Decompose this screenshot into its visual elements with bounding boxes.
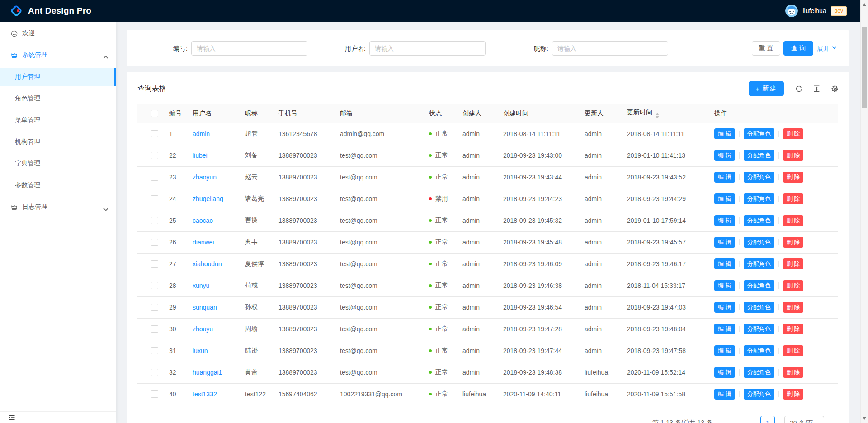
delete-button[interactable]: 删 除 bbox=[783, 345, 804, 356]
new-button[interactable]: + 新建 bbox=[749, 81, 784, 96]
scrollbar-thumb[interactable] bbox=[862, 27, 867, 108]
sidebar-item-param-mgmt[interactable]: 参数管理 bbox=[0, 176, 116, 194]
sidebar-item-system[interactable]: 系统管理 bbox=[0, 46, 116, 64]
row-checkbox[interactable] bbox=[151, 369, 158, 376]
username-link[interactable]: zhaoyun bbox=[193, 174, 217, 181]
expand-link[interactable]: 展开 bbox=[817, 41, 836, 56]
col-header-update-time[interactable]: 更新时间 bbox=[623, 104, 711, 123]
scrollbar-up-arrow-icon[interactable] bbox=[863, 3, 866, 6]
username-link[interactable]: xunyu bbox=[193, 282, 209, 289]
edit-button[interactable]: 编 辑 bbox=[714, 172, 735, 183]
delete-button[interactable]: 删 除 bbox=[783, 128, 804, 139]
username-link[interactable]: luxun bbox=[193, 347, 208, 354]
sidebar-item-logs[interactable]: 日志管理 bbox=[0, 198, 116, 216]
page-size-select[interactable]: 20 条/页 bbox=[784, 416, 824, 423]
username-link[interactable]: sunquan bbox=[193, 304, 217, 311]
nickname-search-input[interactable] bbox=[552, 41, 668, 56]
username-link[interactable]: xiahoudun bbox=[193, 260, 222, 268]
id-search-input[interactable] bbox=[191, 41, 307, 56]
username-search-input[interactable] bbox=[369, 41, 486, 56]
sidebar-item-dict-mgmt[interactable]: 字典管理 bbox=[0, 155, 116, 173]
delete-button[interactable]: 删 除 bbox=[783, 389, 804, 400]
assign-role-button[interactable]: 分配角色 bbox=[744, 280, 774, 291]
row-checkbox[interactable] bbox=[151, 239, 158, 246]
username-link[interactable]: zhugeliang bbox=[193, 195, 223, 202]
assign-role-button[interactable]: 分配角色 bbox=[744, 389, 774, 400]
sidebar-item-menu-mgmt[interactable]: 菜单管理 bbox=[0, 111, 116, 129]
row-checkbox[interactable] bbox=[151, 260, 158, 268]
edit-button[interactable]: 编 辑 bbox=[714, 258, 735, 269]
assign-role-button[interactable]: 分配角色 bbox=[744, 302, 774, 313]
delete-button[interactable]: 删 除 bbox=[783, 324, 804, 334]
assign-role-button[interactable]: 分配角色 bbox=[744, 258, 774, 269]
username-link[interactable]: caocao bbox=[193, 217, 213, 224]
row-checkbox[interactable] bbox=[151, 325, 158, 333]
edit-button[interactable]: 编 辑 bbox=[714, 280, 735, 291]
header-user-area[interactable]: liufeihua dev bbox=[785, 5, 847, 17]
edit-button[interactable]: 编 辑 bbox=[714, 389, 735, 400]
delete-button[interactable]: 删 除 bbox=[783, 172, 804, 183]
assign-role-button[interactable]: 分配角色 bbox=[744, 345, 774, 356]
assign-role-button[interactable]: 分配角色 bbox=[744, 237, 774, 248]
row-checkbox[interactable] bbox=[151, 282, 158, 289]
username-link[interactable]: huanggai1 bbox=[193, 369, 222, 376]
cell-phone: 13889700023 bbox=[275, 296, 336, 318]
assign-role-button[interactable]: 分配角色 bbox=[744, 128, 774, 139]
cell-id: 31 bbox=[165, 340, 189, 362]
row-checkbox[interactable] bbox=[151, 152, 158, 159]
sidebar-item-org-mgmt[interactable]: 机构管理 bbox=[0, 133, 116, 151]
username-link[interactable]: liubei bbox=[193, 152, 208, 159]
pagination-page-1[interactable]: 1 bbox=[760, 416, 775, 423]
edit-button[interactable]: 编 辑 bbox=[714, 324, 735, 334]
delete-button[interactable]: 删 除 bbox=[783, 193, 804, 204]
edit-button[interactable]: 编 辑 bbox=[714, 128, 735, 139]
row-checkbox[interactable] bbox=[151, 195, 158, 202]
cell-updater: admin bbox=[581, 340, 623, 362]
delete-button[interactable]: 删 除 bbox=[783, 280, 804, 291]
column-height-icon[interactable] bbox=[813, 85, 821, 93]
row-checkbox[interactable] bbox=[151, 304, 158, 311]
username-link[interactable]: zhouyu bbox=[193, 325, 213, 333]
row-checkbox[interactable] bbox=[151, 390, 158, 398]
sidebar-item-welcome[interactable]: 欢迎 bbox=[0, 24, 116, 42]
delete-button[interactable]: 删 除 bbox=[783, 302, 804, 313]
user-avatar[interactable] bbox=[785, 5, 798, 17]
assign-role-button[interactable]: 分配角色 bbox=[744, 367, 774, 378]
reload-icon[interactable] bbox=[795, 85, 803, 93]
reset-button[interactable]: 重 置 bbox=[752, 41, 780, 56]
sidebar-item-user-mgmt[interactable]: 用户管理 bbox=[0, 68, 116, 86]
row-checkbox[interactable] bbox=[151, 347, 158, 354]
row-checkbox[interactable] bbox=[151, 174, 158, 181]
edit-button[interactable]: 编 辑 bbox=[714, 215, 735, 226]
username-link[interactable]: admin bbox=[193, 130, 210, 137]
select-all-checkbox[interactable] bbox=[151, 110, 158, 117]
delete-button[interactable]: 删 除 bbox=[783, 258, 804, 269]
vertical-scrollbar[interactable] bbox=[860, 0, 868, 423]
delete-button[interactable]: 删 除 bbox=[783, 367, 804, 378]
row-checkbox[interactable] bbox=[151, 130, 158, 137]
assign-role-button[interactable]: 分配角色 bbox=[744, 150, 774, 161]
delete-button[interactable]: 删 除 bbox=[783, 150, 804, 161]
assign-role-button[interactable]: 分配角色 bbox=[744, 215, 774, 226]
edit-button[interactable]: 编 辑 bbox=[714, 150, 735, 161]
query-button[interactable]: 查 询 bbox=[783, 41, 813, 56]
assign-role-button[interactable]: 分配角色 bbox=[744, 172, 774, 183]
logo[interactable]: Ant Design Pro bbox=[10, 5, 91, 17]
gear-icon[interactable] bbox=[831, 85, 839, 93]
assign-role-button[interactable]: 分配角色 bbox=[744, 193, 774, 204]
edit-button[interactable]: 编 辑 bbox=[714, 193, 735, 204]
assign-role-button[interactable]: 分配角色 bbox=[744, 324, 774, 334]
delete-button[interactable]: 删 除 bbox=[783, 237, 804, 248]
delete-button[interactable]: 删 除 bbox=[783, 215, 804, 226]
username-link[interactable]: dianwei bbox=[193, 239, 214, 246]
edit-button[interactable]: 编 辑 bbox=[714, 367, 735, 378]
caret-sorter-icon[interactable] bbox=[656, 113, 659, 118]
username-link[interactable]: test1332 bbox=[193, 390, 217, 398]
scrollbar-down-arrow-icon[interactable] bbox=[863, 417, 866, 420]
menu-fold-icon[interactable] bbox=[8, 415, 15, 423]
row-checkbox[interactable] bbox=[151, 217, 158, 224]
edit-button[interactable]: 编 辑 bbox=[714, 302, 735, 313]
edit-button[interactable]: 编 辑 bbox=[714, 237, 735, 248]
edit-button[interactable]: 编 辑 bbox=[714, 345, 735, 356]
sidebar-item-role-mgmt[interactable]: 角色管理 bbox=[0, 89, 116, 108]
